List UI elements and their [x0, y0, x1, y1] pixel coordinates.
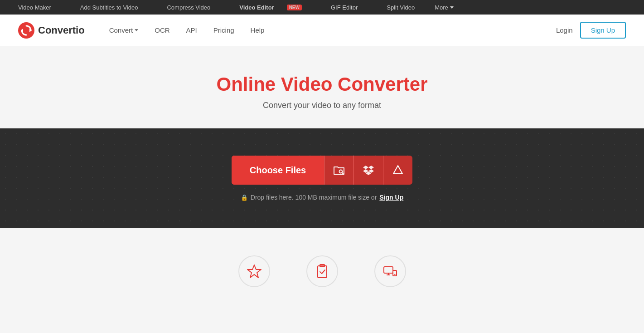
topbar-split-video[interactable]: Split Video	[378, 0, 424, 15]
feature-item-3	[374, 255, 406, 287]
clipboard-check-icon	[314, 263, 330, 279]
top-bar: Video Maker Add Subtitles to Video Compr…	[0, 0, 644, 15]
lock-icon: 🔒	[241, 194, 248, 201]
signup-button[interactable]: Sign Up	[580, 22, 626, 39]
folder-upload-button[interactable]	[324, 156, 353, 185]
svg-rect-17	[393, 270, 397, 276]
topbar-gif-editor[interactable]: GIF Editor	[322, 0, 367, 15]
folder-search-icon	[333, 165, 345, 175]
chevron-down-icon	[450, 6, 454, 9]
nav-links: Convert OCR API Pricing Help	[103, 23, 556, 38]
nav-convert[interactable]: Convert	[103, 23, 145, 38]
svg-line-4	[342, 173, 344, 174]
topbar-video-maker[interactable]: Video Maker	[9, 0, 60, 15]
feature-item-2	[306, 255, 338, 287]
devices-icon	[382, 263, 398, 279]
upload-btn-row: Choose Files	[232, 156, 412, 185]
feature-icon-wrap-2	[306, 255, 338, 287]
logo[interactable]: Convertio	[18, 22, 85, 39]
drop-text-row: 🔒 Drop files here. 100 MB maximum file s…	[241, 194, 403, 201]
dropbox-icon	[363, 165, 374, 176]
svg-marker-5	[363, 166, 368, 169]
hero-section: Online Video Converter Convert your vide…	[0, 46, 644, 128]
new-badge: NEW	[287, 5, 302, 10]
topbar-video-editor[interactable]: Video Editor NEW	[230, 0, 311, 15]
hero-title: Online Video Converter	[9, 73, 635, 95]
nav-pricing[interactable]: Pricing	[207, 23, 241, 38]
nav-actions: Login Sign Up	[556, 22, 626, 39]
logo-icon	[18, 22, 34, 39]
hero-subtitle: Convert your video to any format	[9, 101, 635, 110]
svg-marker-10	[393, 166, 402, 174]
features-section	[0, 228, 644, 305]
topbar-add-subtitles[interactable]: Add Subtitles to Video	[71, 0, 147, 15]
nav-help[interactable]: Help	[244, 23, 271, 38]
feature-icon-wrap-1	[238, 255, 270, 287]
svg-rect-12	[318, 266, 327, 278]
main-nav: Convertio Convert OCR API Pricing Help L…	[0, 15, 644, 46]
svg-point-0	[18, 22, 34, 39]
drop-text: Drop files here. 100 MB maximum file siz…	[251, 194, 377, 201]
chevron-icon	[135, 29, 138, 31]
svg-marker-6	[368, 166, 374, 169]
feature-icon-wrap-3	[374, 255, 406, 287]
upload-section: Choose Files 🔒 Dr	[0, 128, 644, 228]
nav-ocr[interactable]: OCR	[148, 23, 176, 38]
nav-api[interactable]: API	[180, 23, 203, 38]
dropbox-button[interactable]	[354, 156, 383, 185]
logo-text: Convertio	[38, 24, 85, 36]
google-drive-button[interactable]	[383, 156, 412, 185]
feature-item-1	[238, 255, 270, 287]
google-drive-icon	[392, 165, 404, 176]
svg-rect-14	[384, 267, 393, 273]
star-icon	[246, 263, 262, 279]
svg-marker-11	[247, 265, 261, 278]
topbar-more-dropdown[interactable]: More	[435, 4, 454, 11]
choose-files-button[interactable]: Choose Files	[232, 156, 324, 185]
upload-signup-link[interactable]: Sign Up	[379, 194, 403, 201]
topbar-compress-video[interactable]: Compress Video	[158, 0, 219, 15]
login-button[interactable]: Login	[556, 26, 573, 34]
